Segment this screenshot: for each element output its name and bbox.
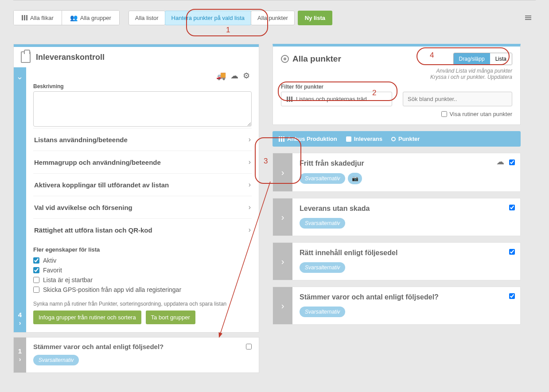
view-tabs: Alla listor Hantera punkter på vald list… — [128, 11, 294, 25]
list-editor-card: Inleveranskontroll ⌄ 🚚 ☁ ⚙ Beskrivning L… — [13, 44, 259, 333]
drag-handle[interactable]: › — [273, 153, 292, 191]
menu-icon[interactable] — [521, 9, 536, 26]
cb-aktiv-label: Aktiv — [43, 257, 56, 264]
search-input[interactable] — [403, 92, 512, 106]
columns-icon — [22, 15, 27, 20]
cb-startbar-label: Lista är ej startbar — [43, 276, 93, 283]
visa-checkbox[interactable] — [441, 111, 447, 117]
remove-groups-button[interactable]: Ta bort grupper — [146, 310, 195, 324]
all-tabs-label: Alla flikar — [30, 15, 54, 21]
acc-rights[interactable]: Rättighet att utföra listan och QR-kod› — [33, 218, 252, 241]
chevron-right-icon: › — [19, 319, 21, 326]
insert-groups-button[interactable]: Infoga grupper från rutiner och sortera — [33, 310, 141, 324]
crumb-b[interactable]: Inleverans — [354, 136, 382, 142]
drag-handle[interactable]: › — [273, 287, 292, 324]
point-row[interactable]: ›Leverans utan skadaSvarsalternativ — [273, 198, 521, 236]
new-list-button[interactable]: Ny lista — [298, 11, 332, 25]
point-pill[interactable]: Svarsalternativ — [300, 262, 345, 273]
point-checkbox[interactable] — [509, 159, 515, 165]
chevron-right-icon: › — [19, 356, 21, 363]
tree-down-icon[interactable]: ☁ — [496, 157, 504, 167]
acc-usage[interactable]: Listans användning/beteende› — [33, 128, 252, 151]
acc-activate-label: Aktivera kopplingar till utförandet av l… — [34, 181, 169, 189]
row-pill[interactable]: Svarsalternativ — [33, 355, 79, 365]
points-panel: Alla punkter Drag/släpp Lista Använd Lis… — [273, 44, 521, 125]
hint-2: Kryssa i och ur punkter. Uppdatera — [281, 74, 512, 80]
row-number: 1 — [18, 347, 22, 355]
columns-icon — [287, 97, 292, 102]
point-row[interactable]: ›Fritt från skadedjurSvarsalternativ📷☁ — [273, 153, 521, 192]
cloud-down-icon[interactable]: ☁ — [230, 71, 238, 81]
chevron-right-icon: › — [281, 212, 284, 222]
columns-icon — [279, 136, 284, 142]
drag-handle[interactable]: › — [273, 198, 292, 236]
point-pill[interactable]: Svarsalternativ — [300, 307, 345, 317]
filter-label: Filter för punkter — [281, 84, 512, 90]
cb-startbar[interactable] — [33, 277, 39, 283]
chevron-right-icon: › — [249, 181, 251, 189]
list-row-1[interactable]: 1 › Stämmer varor och antal enligt följs… — [13, 337, 259, 373]
tree-selector-label: Listans och punkternas träd — [296, 96, 367, 102]
chevron-right-icon: › — [249, 136, 251, 144]
seg-drag[interactable]: Drag/släpp — [454, 53, 490, 65]
sync-note: Synka namn på rutiner från Punkter, sort… — [33, 295, 252, 310]
dot-icon — [391, 137, 396, 141]
acc-usage-label: Listans användning/beteende — [34, 136, 128, 144]
tree-selector[interactable]: Listans och punkternas träd — [281, 92, 392, 106]
hint-1: Använd Lista vid många punkter — [281, 68, 512, 74]
chevron-right-icon: › — [281, 256, 284, 267]
row-title: Stämmer varor och antal enligt följsedel… — [33, 343, 252, 350]
crumb-a[interactable]: Anbus Produktion — [287, 136, 337, 142]
all-groups-selector[interactable]: 👥 Alla grupper — [62, 11, 119, 25]
points-title: Alla punkter — [292, 54, 341, 64]
crumb-c[interactable]: Punkter — [398, 136, 420, 142]
acc-activate[interactable]: Aktivera kopplingar till utförandet av l… — [33, 173, 252, 196]
point-checkbox[interactable] — [509, 249, 515, 255]
handle-4[interactable]: 4 › — [14, 305, 26, 332]
visa-label: Visa rutiner utan punkter — [450, 111, 512, 117]
share-icon[interactable]: ⚙ — [243, 71, 250, 81]
cb-gps-label: Skicka GPS-position från app vid alla re… — [43, 286, 181, 293]
point-checkbox[interactable] — [509, 293, 515, 299]
point-title: Leverans utan skada — [300, 205, 502, 213]
acc-deviation-label: Val vid avvikelse och försening — [34, 204, 132, 211]
tab-alla-listor[interactable]: Alla listor — [128, 11, 165, 25]
point-row[interactable]: ›Rätt innehåll enligt följesedelSvarsalt… — [273, 242, 521, 280]
point-checkbox[interactable] — [509, 205, 515, 210]
description-label: Beskrivning — [33, 83, 252, 89]
cb-favorit-label: Favorit — [43, 267, 62, 274]
selector-group: Alla flikar 👥 Alla grupper — [13, 10, 120, 25]
truck-icon[interactable]: 🚚 — [216, 71, 226, 81]
tab-alla-punkter[interactable]: Alla punkter — [251, 11, 295, 25]
description-input[interactable] — [33, 91, 252, 127]
row-handle[interactable]: 1 › — [14, 338, 26, 373]
all-groups-label: Alla grupper — [80, 15, 111, 21]
row-checkbox[interactable] — [246, 344, 252, 349]
point-pill[interactable]: Svarsalternativ — [300, 218, 345, 229]
point-row[interactable]: ›Stämmer varor och antal enligt följsede… — [273, 287, 521, 325]
clipboard-icon — [21, 51, 31, 63]
people-icon: 👥 — [70, 14, 78, 21]
camera-icon[interactable]: 📷 — [348, 173, 362, 184]
acc-deviation[interactable]: Val vid avvikelse och försening› — [33, 196, 252, 218]
acc-homegroup[interactable]: Hemmagrupp och användning/beteende› — [33, 151, 252, 173]
cb-aktiv[interactable] — [33, 257, 39, 264]
point-pill[interactable]: Svarsalternativ — [300, 173, 345, 184]
chevron-right-icon: › — [249, 226, 251, 234]
handle-4-num: 4 — [18, 311, 22, 318]
chevron-right-icon: › — [249, 158, 251, 166]
cb-gps[interactable] — [33, 287, 39, 293]
topbar: Alla flikar 👥 Alla grupper Alla listor H… — [13, 0, 536, 31]
drag-handle[interactable]: › — [273, 243, 292, 280]
acc-homegroup-label: Hemmagrupp och användning/beteende — [34, 159, 161, 166]
collapse-handle[interactable]: ⌄ — [14, 67, 26, 332]
list-title: Inleveranskontroll — [36, 53, 105, 62]
breadcrumb: Anbus Produktion Inleverans Punkter — [273, 131, 521, 147]
point-title: Stämmer varor och antal enligt följsedel… — [300, 293, 502, 301]
cb-favorit[interactable] — [33, 267, 39, 273]
seg-list[interactable]: Lista — [490, 53, 512, 65]
all-tabs-selector[interactable]: Alla flikar — [14, 11, 62, 25]
view-mode-segment: Drag/släpp Lista — [453, 53, 512, 65]
tab-hantera-punkter[interactable]: Hantera punkter på vald lista — [165, 11, 251, 25]
target-icon — [281, 55, 289, 63]
